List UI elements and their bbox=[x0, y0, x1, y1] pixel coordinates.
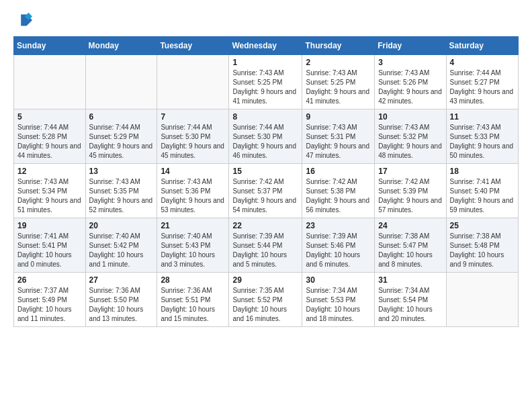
day-cell: 7Sunrise: 7:44 AM Sunset: 5:30 PM Daylig… bbox=[157, 109, 229, 164]
day-number: 22 bbox=[232, 221, 298, 230]
day-cell: 3Sunrise: 7:43 AM Sunset: 5:26 PM Daylig… bbox=[375, 55, 446, 109]
calendar-table: SundayMondayTuesdayWednesdayThursdayFrid… bbox=[13, 36, 519, 327]
day-cell: 26Sunrise: 7:37 AM Sunset: 5:49 PM Dayli… bbox=[14, 273, 86, 327]
weekday-header-row: SundayMondayTuesdayWednesdayThursdayFrid… bbox=[14, 37, 519, 55]
day-info: Sunrise: 7:43 AM Sunset: 5:26 PM Dayligh… bbox=[378, 68, 442, 106]
day-number: 9 bbox=[306, 112, 371, 122]
weekday-header-thursday: Thursday bbox=[302, 37, 375, 55]
week-row-5: 26Sunrise: 7:37 AM Sunset: 5:49 PM Dayli… bbox=[14, 273, 519, 327]
day-cell: 20Sunrise: 7:40 AM Sunset: 5:42 PM Dayli… bbox=[85, 218, 157, 273]
day-number: 16 bbox=[306, 167, 371, 176]
day-info: Sunrise: 7:42 AM Sunset: 5:38 PM Dayligh… bbox=[306, 177, 371, 215]
day-info: Sunrise: 7:44 AM Sunset: 5:27 PM Dayligh… bbox=[450, 68, 515, 106]
weekday-header-sunday: Sunday bbox=[14, 37, 86, 55]
day-number: 21 bbox=[161, 221, 225, 230]
day-info: Sunrise: 7:44 AM Sunset: 5:30 PM Dayligh… bbox=[161, 123, 225, 161]
day-cell: 29Sunrise: 7:35 AM Sunset: 5:52 PM Dayli… bbox=[229, 273, 302, 327]
day-cell: 31Sunrise: 7:34 AM Sunset: 5:54 PM Dayli… bbox=[375, 273, 446, 327]
day-info: Sunrise: 7:35 AM Sunset: 5:52 PM Dayligh… bbox=[232, 286, 298, 324]
weekday-header-wednesday: Wednesday bbox=[229, 37, 302, 55]
logo-icon bbox=[13, 11, 32, 30]
weekday-header-monday: Monday bbox=[85, 37, 157, 55]
day-info: Sunrise: 7:37 AM Sunset: 5:49 PM Dayligh… bbox=[17, 286, 82, 324]
day-cell: 12Sunrise: 7:43 AM Sunset: 5:34 PM Dayli… bbox=[14, 164, 86, 218]
day-number: 2 bbox=[306, 58, 371, 67]
day-info: Sunrise: 7:39 AM Sunset: 5:46 PM Dayligh… bbox=[306, 232, 371, 269]
day-info: Sunrise: 7:38 AM Sunset: 5:47 PM Dayligh… bbox=[378, 232, 442, 269]
day-info: Sunrise: 7:43 AM Sunset: 5:31 PM Dayligh… bbox=[306, 123, 371, 161]
day-cell: 2Sunrise: 7:43 AM Sunset: 5:25 PM Daylig… bbox=[302, 55, 375, 109]
day-info: Sunrise: 7:42 AM Sunset: 5:39 PM Dayligh… bbox=[378, 177, 442, 215]
day-cell: 13Sunrise: 7:43 AM Sunset: 5:35 PM Dayli… bbox=[85, 164, 157, 218]
day-cell: 16Sunrise: 7:42 AM Sunset: 5:38 PM Dayli… bbox=[302, 164, 375, 218]
day-number: 28 bbox=[161, 275, 225, 285]
day-info: Sunrise: 7:41 AM Sunset: 5:41 PM Dayligh… bbox=[17, 232, 82, 269]
week-row-2: 5Sunrise: 7:44 AM Sunset: 5:28 PM Daylig… bbox=[14, 109, 519, 164]
day-info: Sunrise: 7:40 AM Sunset: 5:42 PM Dayligh… bbox=[89, 232, 154, 269]
day-number: 14 bbox=[161, 167, 225, 176]
logo bbox=[13, 11, 35, 30]
day-cell: 23Sunrise: 7:39 AM Sunset: 5:46 PM Dayli… bbox=[302, 218, 375, 273]
day-info: Sunrise: 7:36 AM Sunset: 5:51 PM Dayligh… bbox=[161, 286, 225, 324]
day-number: 20 bbox=[89, 221, 154, 230]
day-cell: 15Sunrise: 7:42 AM Sunset: 5:37 PM Dayli… bbox=[229, 164, 302, 218]
day-number: 13 bbox=[89, 167, 154, 176]
day-cell: 24Sunrise: 7:38 AM Sunset: 5:47 PM Dayli… bbox=[375, 218, 446, 273]
day-info: Sunrise: 7:40 AM Sunset: 5:43 PM Dayligh… bbox=[161, 232, 225, 269]
day-info: Sunrise: 7:34 AM Sunset: 5:53 PM Dayligh… bbox=[306, 286, 371, 324]
day-info: Sunrise: 7:43 AM Sunset: 5:25 PM Dayligh… bbox=[306, 68, 371, 106]
day-number: 19 bbox=[17, 221, 82, 230]
day-cell: 27Sunrise: 7:36 AM Sunset: 5:50 PM Dayli… bbox=[85, 273, 157, 327]
day-cell: 1Sunrise: 7:43 AM Sunset: 5:25 PM Daylig… bbox=[229, 55, 302, 109]
day-info: Sunrise: 7:43 AM Sunset: 5:33 PM Dayligh… bbox=[450, 123, 515, 161]
day-number: 23 bbox=[306, 221, 371, 230]
day-info: Sunrise: 7:41 AM Sunset: 5:40 PM Dayligh… bbox=[450, 177, 515, 215]
day-cell: 10Sunrise: 7:43 AM Sunset: 5:32 PM Dayli… bbox=[375, 109, 446, 164]
day-info: Sunrise: 7:36 AM Sunset: 5:50 PM Dayligh… bbox=[89, 286, 154, 324]
day-number: 29 bbox=[232, 275, 298, 285]
day-info: Sunrise: 7:43 AM Sunset: 5:32 PM Dayligh… bbox=[378, 123, 442, 161]
day-info: Sunrise: 7:42 AM Sunset: 5:37 PM Dayligh… bbox=[232, 177, 298, 215]
week-row-3: 12Sunrise: 7:43 AM Sunset: 5:34 PM Dayli… bbox=[14, 164, 519, 218]
week-row-1: 1Sunrise: 7:43 AM Sunset: 5:25 PM Daylig… bbox=[14, 55, 519, 109]
day-cell: 6Sunrise: 7:44 AM Sunset: 5:29 PM Daylig… bbox=[85, 109, 157, 164]
day-number: 27 bbox=[89, 275, 154, 285]
day-number: 25 bbox=[450, 221, 515, 230]
day-info: Sunrise: 7:44 AM Sunset: 5:29 PM Dayligh… bbox=[89, 123, 154, 161]
day-number: 7 bbox=[161, 112, 225, 122]
week-row-4: 19Sunrise: 7:41 AM Sunset: 5:41 PM Dayli… bbox=[14, 218, 519, 273]
day-cell: 4Sunrise: 7:44 AM Sunset: 5:27 PM Daylig… bbox=[446, 55, 518, 109]
day-number: 24 bbox=[378, 221, 442, 230]
day-number: 11 bbox=[450, 112, 515, 122]
calendar-container: SundayMondayTuesdayWednesdayThursdayFrid… bbox=[0, 0, 532, 335]
day-number: 3 bbox=[378, 58, 442, 67]
header bbox=[13, 11, 519, 30]
day-cell: 21Sunrise: 7:40 AM Sunset: 5:43 PM Dayli… bbox=[157, 218, 229, 273]
day-cell bbox=[446, 273, 518, 327]
day-info: Sunrise: 7:43 AM Sunset: 5:34 PM Dayligh… bbox=[17, 177, 82, 215]
day-number: 31 bbox=[378, 275, 442, 285]
day-info: Sunrise: 7:39 AM Sunset: 5:44 PM Dayligh… bbox=[232, 232, 298, 269]
day-number: 4 bbox=[450, 58, 515, 67]
day-cell: 19Sunrise: 7:41 AM Sunset: 5:41 PM Dayli… bbox=[14, 218, 86, 273]
day-cell: 5Sunrise: 7:44 AM Sunset: 5:28 PM Daylig… bbox=[14, 109, 86, 164]
day-number: 8 bbox=[232, 112, 298, 122]
day-cell bbox=[85, 55, 157, 109]
day-info: Sunrise: 7:43 AM Sunset: 5:35 PM Dayligh… bbox=[89, 177, 154, 215]
day-number: 1 bbox=[232, 58, 298, 67]
day-cell: 22Sunrise: 7:39 AM Sunset: 5:44 PM Dayli… bbox=[229, 218, 302, 273]
day-cell: 11Sunrise: 7:43 AM Sunset: 5:33 PM Dayli… bbox=[446, 109, 518, 164]
day-number: 6 bbox=[89, 112, 154, 122]
day-cell bbox=[14, 55, 86, 109]
day-number: 17 bbox=[378, 167, 442, 176]
day-cell: 25Sunrise: 7:38 AM Sunset: 5:48 PM Dayli… bbox=[446, 218, 518, 273]
day-cell: 28Sunrise: 7:36 AM Sunset: 5:51 PM Dayli… bbox=[157, 273, 229, 327]
day-number: 26 bbox=[17, 275, 82, 285]
weekday-header-tuesday: Tuesday bbox=[157, 37, 229, 55]
day-number: 12 bbox=[17, 167, 82, 176]
weekday-header-friday: Friday bbox=[375, 37, 446, 55]
day-cell: 8Sunrise: 7:44 AM Sunset: 5:30 PM Daylig… bbox=[229, 109, 302, 164]
day-cell: 17Sunrise: 7:42 AM Sunset: 5:39 PM Dayli… bbox=[375, 164, 446, 218]
day-info: Sunrise: 7:38 AM Sunset: 5:48 PM Dayligh… bbox=[450, 232, 515, 269]
weekday-header-saturday: Saturday bbox=[446, 37, 518, 55]
